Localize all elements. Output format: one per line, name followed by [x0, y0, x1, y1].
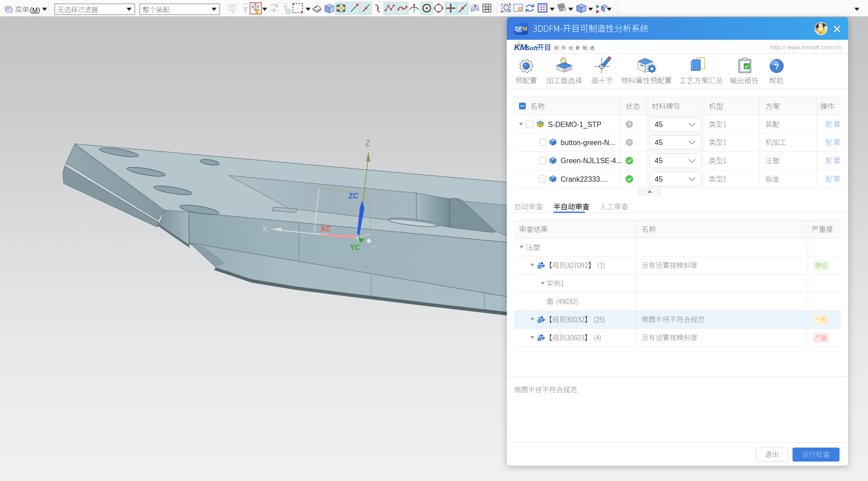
svg-text:?: ? [628, 122, 631, 127]
svg-text:45: 45 [655, 157, 663, 165]
svg-text:X: X [262, 225, 267, 234]
svg-text:button-green-N...: button-green-N... [561, 139, 615, 146]
svg-text:45: 45 [655, 175, 663, 183]
svg-text:(M): (M) [30, 6, 40, 14]
svg-text:?: ? [628, 140, 631, 145]
svg-text:YC: YC [350, 244, 360, 251]
svg-text:Z: Z [365, 139, 370, 148]
svg-text:45: 45 [655, 121, 663, 128]
svg-text:http:// www.kmsoft.com.cn: http:// www.kmsoft.com.cn [770, 44, 841, 51]
svg-text:ZC: ZC [349, 192, 359, 200]
svg-text:45: 45 [655, 139, 663, 146]
svg-text:Crank22333....: Crank22333.... [561, 175, 608, 183]
svg-text:XC: XC [321, 225, 331, 233]
svg-text:Soft: Soft [526, 45, 538, 52]
svg-text:Y: Y [371, 244, 376, 251]
svg-text:S-DEMO-1_STP: S-DEMO-1_STP [548, 121, 601, 129]
svg-text:?: ? [774, 62, 779, 71]
svg-text:Green-NJL1SE-4...: Green-NJL1SE-4... [561, 157, 622, 165]
